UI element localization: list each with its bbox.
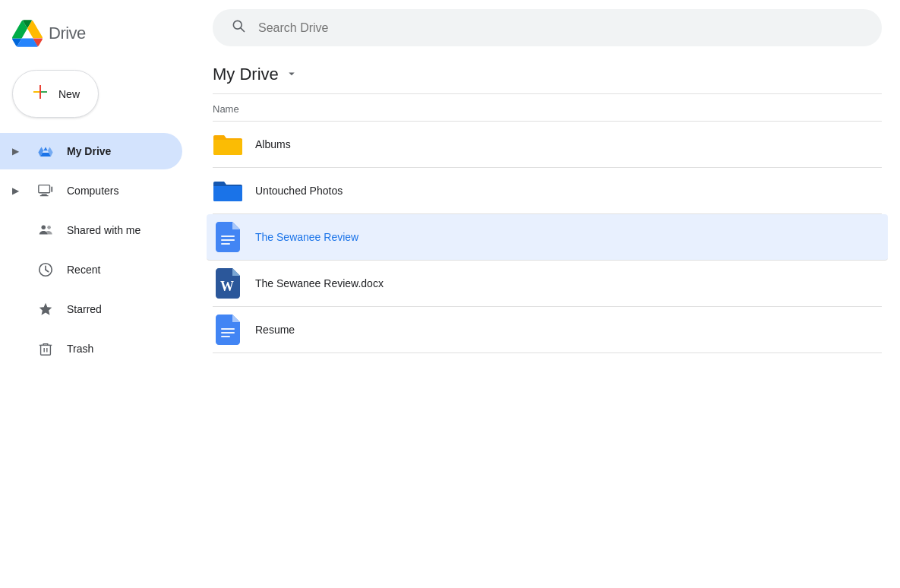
- word-icon-sewanee-review-docx: W: [213, 268, 243, 299]
- svg-rect-0: [39, 85, 41, 99]
- svg-rect-24: [221, 328, 235, 330]
- gdoc-icon-resume: [213, 315, 243, 345]
- drive-icon: [36, 142, 55, 160]
- google-drive-logo: [12, 18, 43, 49]
- sidebar-item-computers-label: Computers: [67, 185, 118, 197]
- star-icon: [36, 300, 55, 318]
- svg-text:W: W: [220, 279, 234, 294]
- folder-icon-untouched-photos: [213, 175, 243, 206]
- file-name-resume: Resume: [255, 324, 295, 336]
- new-button-label: New: [58, 88, 80, 100]
- file-name-albums: Albums: [255, 138, 291, 150]
- sidebar-item-trash-label: Trash: [67, 343, 93, 355]
- svg-rect-7: [51, 187, 52, 192]
- sidebar-item-starred-label: Starred: [67, 303, 102, 315]
- svg-rect-5: [42, 194, 47, 195]
- svg-rect-3: [33, 91, 39, 93]
- file-name-sewanee-review-docx: The Sewanee Review.docx: [255, 277, 384, 289]
- file-row-untouched-photos[interactable]: Untouched Photos: [213, 168, 882, 214]
- file-name-untouched-photos: Untouched Photos: [255, 185, 343, 197]
- svg-rect-21: [221, 239, 235, 241]
- file-row-albums[interactable]: Albums: [213, 122, 882, 168]
- app-title: Drive: [49, 24, 86, 43]
- sidebar-item-computers[interactable]: ▶ Computers: [0, 172, 182, 209]
- sidebar-item-shared-with-me-label: Shared with me: [67, 224, 141, 236]
- svg-rect-2: [41, 91, 47, 93]
- sidebar: Drive New ▶ My Drive ▶: [0, 0, 194, 588]
- plus-icon: [31, 83, 49, 105]
- expand-arrow-computers-icon: ▶: [12, 185, 24, 196]
- trash-icon: [36, 340, 55, 358]
- svg-rect-26: [221, 336, 230, 337]
- sidebar-item-recent[interactable]: ▶ Recent: [0, 251, 182, 288]
- svg-rect-14: [41, 345, 51, 355]
- drive-content-area: My Drive Name Albums: [194, 46, 900, 588]
- new-plus-svg: [31, 83, 49, 101]
- drive-section-title: My Drive: [213, 65, 279, 84]
- file-row-resume[interactable]: Resume: [213, 307, 882, 353]
- expand-arrow-icon: ▶: [12, 146, 24, 156]
- clock-icon: [36, 261, 55, 279]
- search-icon: [231, 18, 246, 37]
- file-name-sewanee-review: The Sewanee Review: [255, 231, 358, 243]
- computer-icon: [36, 182, 55, 200]
- svg-line-12: [46, 270, 49, 272]
- search-bar[interactable]: [213, 9, 882, 46]
- svg-line-19: [241, 28, 245, 32]
- gdoc-icon-sewanee-review: [213, 222, 243, 252]
- logo-area: Drive: [0, 12, 194, 67]
- main-content: My Drive Name Albums: [194, 0, 900, 588]
- svg-rect-6: [40, 195, 49, 196]
- svg-marker-13: [39, 303, 52, 315]
- sidebar-item-my-drive[interactable]: ▶ My Drive: [0, 133, 182, 169]
- sidebar-item-trash[interactable]: ▶ Trash: [0, 330, 182, 367]
- sidebar-item-shared-with-me[interactable]: ▶ Shared with me: [0, 212, 182, 248]
- svg-rect-20: [221, 236, 235, 237]
- search-input[interactable]: [258, 21, 864, 35]
- file-row-sewanee-review[interactable]: The Sewanee Review: [207, 214, 888, 261]
- sidebar-item-starred[interactable]: ▶ Starred: [0, 291, 182, 327]
- people-icon: [36, 221, 55, 239]
- file-row-sewanee-review-docx[interactable]: W The Sewanee Review.docx: [213, 261, 882, 307]
- drive-header: My Drive: [213, 46, 882, 93]
- chevron-down-icon[interactable]: [285, 67, 298, 83]
- sidebar-item-recent-label: Recent: [67, 264, 100, 276]
- svg-rect-4: [39, 185, 50, 193]
- svg-rect-25: [221, 332, 235, 334]
- svg-point-8: [42, 226, 46, 230]
- column-header-name: Name: [213, 94, 882, 122]
- svg-rect-22: [221, 243, 230, 245]
- new-button[interactable]: New: [12, 70, 99, 118]
- svg-point-9: [47, 226, 51, 229]
- sidebar-item-my-drive-label: My Drive: [67, 145, 111, 157]
- folder-icon-albums: [213, 129, 243, 160]
